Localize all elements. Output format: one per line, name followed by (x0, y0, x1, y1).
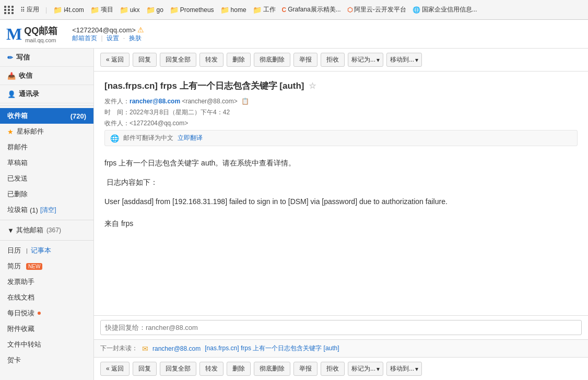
sidebar-item-invoice[interactable]: 发票助手 (0, 274, 93, 290)
move-to-dropdown-bottom[interactable]: 移动到... ▾ (386, 362, 422, 376)
main-layout: ✏ 写信 📥 收信 👤 通讯录 收件箱 (720) ★ 星标邮件 群邮件 草稿箱… (0, 49, 588, 380)
star-toggle[interactable]: ☆ (309, 81, 316, 91)
folder-icon: 📁 (253, 6, 262, 14)
mark-as-dropdown-bottom[interactable]: 标记为... ▾ (348, 362, 383, 376)
sidebar-item-trash[interactable]: 垃圾箱 (1) [清空] (0, 202, 93, 218)
sidebar-item-deleted[interactable]: 已删除 (0, 186, 93, 202)
mark-as-dropdown[interactable]: 标记为... ▾ (348, 53, 383, 67)
bookmark-project[interactable]: 📁 项目 (90, 5, 113, 14)
email-subject: [nas.frps.cn] frps 上有一个日志包含关键字 [auth] ☆ (104, 80, 578, 92)
reject-button-bottom[interactable]: 拒收 (321, 362, 345, 376)
write-button[interactable]: ✏ 写信 (0, 49, 93, 67)
inbox-button[interactable]: 📥 收信 (0, 67, 93, 85)
folder-icon: 📁 (220, 6, 229, 14)
delete-all-button-bottom[interactable]: 彻底删除 (254, 362, 290, 376)
bookmark-grafana[interactable]: C Grafana展示精美... (282, 5, 341, 14)
bookmark-go[interactable]: 📁 go (146, 6, 163, 14)
nav-skin-link[interactable]: 换肤 (129, 34, 142, 42)
star-icon: ★ (7, 128, 14, 136)
reply-all-button[interactable]: 回复全部 (160, 53, 196, 67)
next-mail-icon: ✉ (142, 345, 148, 353)
new-badge: NEW (26, 263, 42, 270)
sender-name-link[interactable]: rancher@88.com (130, 98, 180, 105)
move-to-dropdown[interactable]: 移动到... ▾ (386, 53, 422, 67)
mail-header: M QQ邮箱 mail.qq.com <1272204@qq.com> ⚠ 邮箱… (0, 20, 588, 49)
sidebar-item-group[interactable]: 群邮件 (0, 139, 93, 155)
apps-button[interactable] (4, 6, 14, 14)
collapse-icon: ▼ (7, 227, 14, 234)
credit-icon: 🌐 (413, 6, 420, 14)
contacts-button[interactable]: 👤 通讯录 (0, 85, 93, 103)
bookmark-prometheus[interactable]: 📁 Prometheus (170, 6, 214, 14)
next-sender-link[interactable]: rancher@88.com (152, 345, 201, 352)
daily-dot (38, 312, 41, 315)
nav-home-link[interactable]: 邮箱首页 (72, 34, 97, 42)
nav-settings-link[interactable]: 设置 (107, 34, 119, 42)
bookmark-aliyun[interactable]: ⬡ 阿里云-云开发平台 (347, 5, 406, 14)
sidebar-item-calendar[interactable]: 日历 | 记事本 (0, 243, 93, 258)
dropdown-arrow-icon3: ▾ (377, 365, 380, 373)
reply-button-bottom[interactable]: 回复 (133, 362, 157, 376)
delete-button-bottom[interactable]: 删除 (227, 362, 251, 376)
sidebar-item-docs[interactable]: 在线文档 (0, 290, 93, 305)
alert-icon: ⚠ (137, 26, 144, 34)
delete-all-button[interactable]: 彻底删除 (254, 53, 290, 67)
back-button-bottom[interactable]: « 返回 (100, 362, 130, 376)
translate-link[interactable]: 立即翻译 (178, 134, 203, 142)
logo-m: M (6, 26, 22, 42)
sidebar-item-attachments[interactable]: 附件收藏 (0, 321, 93, 337)
report-button-bottom[interactable]: 举报 (293, 362, 317, 376)
forward-button[interactable]: 转发 (199, 53, 224, 67)
browser-toolbar: ⠿ 应用 | 📁 i4t.com 📁 项目 📁 ukx 📁 go 📁 Prome… (0, 0, 588, 20)
sidebar-item-transfer[interactable]: 文件中转站 (0, 337, 93, 352)
back-button[interactable]: « 返回 (100, 53, 130, 67)
folder-icon: 📁 (53, 6, 62, 14)
bookmark-work[interactable]: 📁 工作 (253, 5, 276, 14)
quick-reply-input[interactable] (100, 320, 582, 335)
email-toolbar-bottom: « 返回 回复 回复全部 转发 删除 彻底删除 举报 拒收 标记为... ▾ 移… (94, 357, 588, 380)
logo-sub: mail.qq.com (25, 37, 57, 43)
sidebar: ✏ 写信 📥 收信 👤 通讯录 收件箱 (720) ★ 星标邮件 群邮件 草稿箱… (0, 49, 94, 380)
email-date: 时 间：2022年3月8日（星期二）下午4：42 (104, 108, 578, 117)
email-toolbar-top: « 返回 回复 回复全部 转发 删除 彻底删除 举报 拒收 标记为... ▾ 移… (94, 49, 588, 72)
translate-bar: 🌐 邮件可翻译为中文 立即翻译 (104, 130, 578, 146)
sidebar-other-mailbox[interactable]: ▼ 其他邮箱 (367) (0, 222, 93, 238)
sidebar-item-card[interactable]: 贺卡 (0, 352, 93, 368)
forward-button-bottom[interactable]: 转发 (199, 362, 224, 376)
write-icon: ✏ (7, 54, 13, 62)
next-subject-link[interactable]: [nas.frps.cn] frps 上有一个日志包含关键字 [auth] (205, 344, 339, 353)
sidebar-item-starred[interactable]: ★ 星标邮件 (0, 124, 93, 139)
sidebar-divider3 (0, 240, 93, 241)
bookmark-ukx[interactable]: 📁 ukx (120, 6, 140, 14)
reject-button[interactable]: 拒收 (321, 53, 345, 67)
folder-icon: 📁 (120, 6, 128, 14)
bookmark-credit[interactable]: 🌐 国家企业信用信息... (413, 5, 477, 14)
email-recipient: 收件人：<1272204@qq.com> (104, 119, 578, 128)
dropdown-arrow-icon4: ▾ (415, 365, 418, 373)
quick-reply-area (94, 315, 588, 339)
logo-mail: QQ邮箱 (24, 26, 57, 36)
bookmark-i4t[interactable]: 📁 i4t.com (53, 6, 84, 14)
sidebar-item-inbox[interactable]: 收件箱 (720) (0, 108, 93, 124)
aliyun-icon: ⬡ (347, 6, 352, 14)
reply-all-button-bottom[interactable]: 回复全部 (160, 362, 196, 376)
sender-card-icon[interactable]: 📋 (241, 98, 249, 105)
sidebar-item-drafts[interactable]: 草稿箱 (0, 155, 93, 171)
reply-button[interactable]: 回复 (133, 53, 157, 67)
email-body-text: frps 上有一个日志包含关键字 auth。请在系统中查看详情。 日志内容如下：… (104, 157, 578, 230)
folder-icon: 📁 (90, 6, 99, 14)
sidebar-item-daily[interactable]: 每日悦读 (0, 305, 93, 321)
next-email-bar: 下一封未读： ✉ rancher@88.com [nas.frps.cn] fr… (94, 339, 588, 357)
sidebar-item-sent[interactable]: 已发送 (0, 171, 93, 186)
user-email-display: <1272204@qq.com> ⚠ (72, 26, 144, 34)
bookmark-home[interactable]: 📁 home (220, 6, 246, 14)
report-button[interactable]: 举报 (293, 53, 317, 67)
trash-clean-link[interactable]: [清空] (40, 206, 56, 215)
sidebar-divider2 (0, 220, 93, 220)
grafana-icon: C (282, 6, 287, 14)
sidebar-item-resume[interactable]: 简历 NEW (0, 258, 93, 274)
dropdown-arrow-icon2: ▾ (415, 56, 418, 64)
contacts-icon: 👤 (7, 90, 16, 98)
bookmark-apps[interactable]: ⠿ 应用 (20, 5, 39, 14)
delete-button[interactable]: 删除 (227, 53, 251, 67)
